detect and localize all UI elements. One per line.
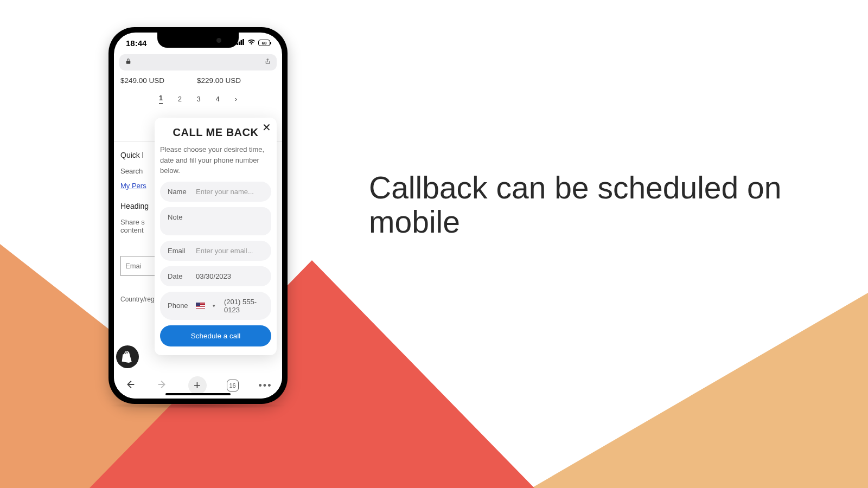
- status-indicators: 68: [237, 39, 270, 47]
- wifi-icon: [247, 39, 256, 47]
- home-indicator: [165, 393, 231, 395]
- name-field[interactable]: Name Enter your name...: [160, 182, 271, 202]
- battery-icon: 68: [258, 40, 270, 46]
- phone-field[interactable]: Phone ▾ (201) 555-0123: [160, 292, 271, 320]
- phone-screen: 18:44 68 $249.00 USD $229.00: [114, 33, 282, 399]
- page-1[interactable]: 1: [159, 94, 163, 104]
- price-right: $229.00 USD: [197, 76, 241, 85]
- status-time: 18:44: [126, 38, 146, 48]
- name-input[interactable]: Enter your name...: [196, 188, 264, 196]
- phone-notch: [157, 33, 239, 48]
- svg-rect-3: [242, 39, 244, 45]
- svg-rect-2: [241, 40, 242, 45]
- phone-frame: 18:44 68 $249.00 USD $229.00: [108, 27, 288, 404]
- page-4[interactable]: 4: [216, 95, 220, 103]
- nav-forward-icon: [156, 378, 168, 393]
- note-field[interactable]: Note: [160, 207, 271, 235]
- name-label: Name: [168, 188, 189, 196]
- product-prices: $249.00 USD $229.00 USD: [119, 73, 277, 94]
- browser-url-bar[interactable]: [119, 54, 277, 70]
- lock-icon: [125, 58, 132, 67]
- email-field[interactable]: Email Enter your email...: [160, 241, 271, 261]
- battery-pct: 68: [262, 41, 267, 46]
- close-icon[interactable]: ✕: [262, 121, 271, 134]
- phone-label: Phone: [168, 301, 189, 310]
- svg-rect-1: [239, 42, 240, 45]
- nav-more-icon[interactable]: •••: [259, 380, 272, 391]
- date-field[interactable]: Date 03/30/2023: [160, 266, 271, 286]
- phone-input[interactable]: (201) 555-0123: [224, 298, 264, 314]
- shopify-badge-icon[interactable]: [116, 345, 139, 368]
- nav-newtab-button[interactable]: +: [188, 376, 207, 395]
- popup-title: CALL ME BACK: [160, 126, 271, 139]
- page-next-icon[interactable]: ›: [235, 95, 237, 103]
- email-input[interactable]: Enter your email...: [196, 247, 264, 255]
- flag-dropdown-icon[interactable]: ▾: [213, 303, 215, 309]
- bg-triangle-right: [532, 293, 868, 488]
- price-left: $249.00 USD: [120, 76, 164, 85]
- nav-back-icon[interactable]: [124, 378, 136, 393]
- email-label: Email: [168, 247, 189, 255]
- flag-us-icon[interactable]: [196, 303, 205, 309]
- date-label: Date: [168, 272, 189, 280]
- slide-headline: Callback can be scheduled on mobile: [369, 171, 803, 239]
- schedule-call-button[interactable]: Schedule a call: [160, 325, 271, 346]
- date-input[interactable]: 03/30/2023: [196, 272, 264, 280]
- nav-tabs-button[interactable]: 16: [227, 380, 239, 391]
- popup-description: Please choose your desired time, date an…: [160, 144, 271, 176]
- callback-popup: ✕ CALL ME BACK Please choose your desire…: [155, 118, 277, 355]
- page-3[interactable]: 3: [197, 95, 201, 103]
- page-2[interactable]: 2: [178, 95, 182, 103]
- note-label: Note: [168, 213, 189, 221]
- share-icon[interactable]: [264, 58, 271, 67]
